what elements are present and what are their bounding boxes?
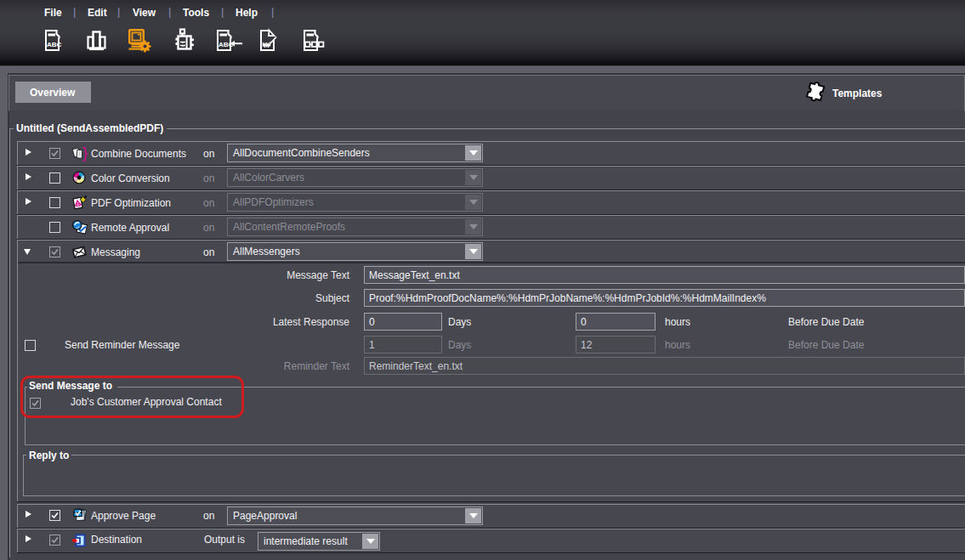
svg-text:ABC: ABC [47,41,62,48]
